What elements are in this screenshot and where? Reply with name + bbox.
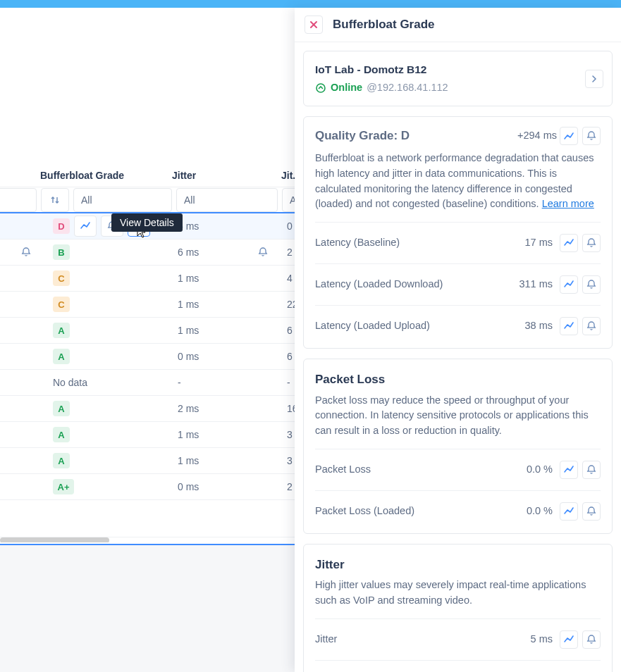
jitter-value: 1 ms [178,273,199,284]
chart-icon [563,634,574,645]
table-row[interactable]: B6 ms2 m [0,239,338,266]
card-packet-loss: Packet Loss Packet loss may reduce the s… [303,359,613,534]
grade-badge: A [53,427,70,442]
table-row[interactable]: C1 ms4 m [0,266,338,292]
metric-label: Packet Loss [315,462,371,478]
metric-alert-button[interactable] [582,317,601,335]
quality-delta: +294 ms [517,128,557,144]
chart-icon [563,131,574,141]
site-name: IoT Lab - Domotz B12 [315,61,601,77]
metric-value: 311 ms [519,277,553,292]
metric-row: Latency (Loaded Download)311 ms [315,263,601,305]
grade-badge: A [53,349,70,364]
col-header-grade[interactable]: Bufferbloat Grade [40,170,172,181]
chart-icon [563,321,574,332]
table-row[interactable]: A2 ms16 [0,396,338,422]
jitter-heading: Jitter [315,556,601,574]
col-header-r[interactable]: s R... [0,170,40,181]
jitter-value: 1 ms [178,325,199,336]
metric-value: 38 ms [525,318,553,334]
table-header-row: s R... Bufferbloat Grade Jitter Jit... [0,170,338,187]
bell-icon [586,506,597,517]
col-header-jitter[interactable]: Jitter [172,170,281,181]
bell-icon [586,634,597,645]
row-chart-button[interactable] [74,216,97,237]
table-row[interactable]: A1 ms6 m [0,318,338,344]
bell-icon [586,464,597,475]
no-data-label: No data [53,377,87,388]
metric-alert-button[interactable] [582,461,601,479]
metric-value: 17 ms [525,235,553,251]
metric-chart-button[interactable] [560,630,578,649]
table-row[interactable]: A0 ms6 m [0,344,338,370]
quality-alert-button[interactable] [582,127,601,145]
metric-value: 5 ms [531,632,553,647]
metric-row: Packet Loss0.0 % [315,449,601,490]
metric-alert-button[interactable] [582,275,601,294]
jitter-value: 1 ms [178,299,199,310]
filter-grade[interactable]: All [73,188,172,212]
card-jitter: Jitter High jitter values may severely i… [303,544,613,672]
sort-button[interactable] [41,188,69,212]
metric-row: Jitter (Loaded Download)0 ms [315,660,601,672]
jitter-value: 1 ms [178,455,199,466]
grade-badge: B [53,244,70,260]
metric-row: Jitter5 ms [315,618,601,660]
metric-chart-button[interactable] [560,461,578,479]
filter-jitter[interactable]: All [176,188,278,212]
metric-row: Latency (Loaded Upload)38 ms [315,305,601,338]
expand-site-button[interactable] [585,70,603,88]
metric-label: Packet Loss (Loaded) [315,504,414,519]
card-site: IoT Lab - Domotz B12 Online @192.168.41.… [303,51,613,106]
metric-chart-button[interactable] [560,317,578,335]
jitter-desc: High jitter values may severely impact r… [315,578,601,609]
packet-desc: Packet loss may reduce the speed or thro… [315,393,601,439]
table-row[interactable]: A+0 ms2 m [0,474,338,500]
details-panel: Bufferbloat Grade IoT Lab - Domotz B12 O… [295,8,621,672]
metric-alert-button[interactable] [582,234,601,252]
table-row[interactable]: No data-- [0,370,338,396]
quality-heading: Quality Grade: D [315,127,410,145]
grade-table: s R... Bufferbloat Grade Jitter Jit... A… [0,170,338,500]
grade-badge: A [53,401,70,416]
jitter-value: 0 ms [178,481,199,492]
table-row[interactable]: A1 ms3 m [0,448,338,474]
card-quality: Quality Grade: D +294 ms Bufferbloat is … [303,116,613,349]
metric-label: Jitter [315,632,337,647]
chart-icon [563,279,574,290]
metric-chart-button[interactable] [560,234,578,252]
jitter-value: 6 ms [178,247,199,258]
close-icon [308,19,319,30]
quality-chart-button[interactable] [560,127,578,145]
metric-chart-button[interactable] [560,275,578,294]
chart-icon [563,237,574,249]
site-ip: @192.168.41.112 [367,80,448,96]
top-accent-bar [0,0,621,8]
metric-alert-button[interactable] [582,630,601,649]
bell-icon [20,247,32,258]
chart-icon [80,220,91,232]
bell-icon [586,130,597,142]
metric-row: Latency (Baseline)17 ms [315,222,601,263]
chart-icon [563,464,574,475]
close-button[interactable] [305,15,323,34]
metric-alert-button[interactable] [582,502,601,521]
grade-badge: A [53,453,70,468]
bell-icon [586,321,597,332]
jitter-value: 2 ms [178,403,199,414]
metric-row: Packet Loss (Loaded)0.0 % [315,490,601,523]
metric-value: 0.0 % [527,504,553,519]
jitter-value: - [178,377,181,388]
table-row[interactable]: A1 ms3 m [0,422,338,448]
panel-title: Bufferbloat Grade [333,18,435,32]
bell-icon [586,279,597,290]
filter-r[interactable] [0,188,37,212]
bell-icon [257,247,269,258]
grade-badge: A [53,323,70,338]
table-filters: All All A [0,187,338,213]
metric-chart-button[interactable] [560,502,578,521]
learn-more-link[interactable]: Learn more [542,198,594,209]
grade-badge: C [53,270,70,286]
jitter-value: 1 ms [178,429,199,440]
table-row[interactable]: C1 ms22 [0,292,338,318]
